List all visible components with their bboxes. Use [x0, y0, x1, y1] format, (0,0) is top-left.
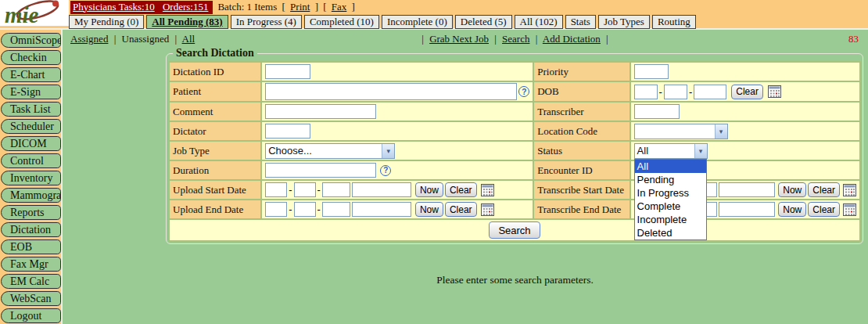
- subnav: Assigned | Unassigned | All | Grab Next …: [64, 31, 868, 46]
- print-link[interactable]: Print: [290, 1, 310, 13]
- dob-month-input[interactable]: [664, 85, 687, 99]
- upload-start-clear-button[interactable]: Clear: [445, 182, 477, 197]
- patient-input[interactable]: [265, 83, 517, 100]
- add-dictation-link[interactable]: Add Dictation: [543, 33, 601, 45]
- table-row: Job Type Choose... ▾ Status All ▾ All Pe…: [170, 142, 859, 160]
- label-dictation-id: Dictation ID: [170, 63, 260, 81]
- table-row: Dictation ID Priority: [170, 63, 859, 81]
- grab-next-job-link[interactable]: Grab Next Job: [429, 33, 489, 45]
- sidebar-item-reports[interactable]: Reports: [1, 205, 61, 220]
- search-link[interactable]: Search: [502, 33, 529, 45]
- sidebar-item-task-list[interactable]: Task List: [1, 102, 61, 117]
- sidebar-item-e-chart[interactable]: E-Chart: [1, 67, 61, 82]
- status-option-in-progress[interactable]: In Progress: [635, 186, 706, 200]
- status-option-complete[interactable]: Complete: [635, 200, 706, 213]
- transcribe-end-clear-button[interactable]: Clear: [808, 202, 840, 217]
- help-icon[interactable]: ?: [518, 86, 529, 97]
- upload-end-month-input[interactable]: [294, 202, 316, 217]
- label-job-type: Job Type: [170, 142, 260, 160]
- transcribe-end-now-button[interactable]: Now: [778, 202, 806, 217]
- transcribe-start-now-button[interactable]: Now: [778, 182, 806, 197]
- search-dictation-panel: Search Dictation Dictation ID Priority P…: [166, 47, 863, 244]
- upload-start-now-button[interactable]: Now: [415, 182, 443, 197]
- logo[interactable]: mie: [0, 0, 69, 26]
- sidebar-item-scheduler[interactable]: Scheduler: [1, 119, 61, 134]
- tab-all[interactable]: All (102): [515, 15, 563, 29]
- calendar-icon[interactable]: [481, 203, 494, 216]
- upload-end-clear-button[interactable]: Clear: [445, 202, 477, 217]
- calendar-icon[interactable]: [768, 85, 781, 98]
- status-option-deleted[interactable]: Deleted: [635, 226, 706, 239]
- sidebar-item-eob[interactable]: EOB: [1, 239, 61, 254]
- pending-count: 83: [848, 33, 859, 45]
- sidebar-item-dictation[interactable]: Dictation: [1, 222, 61, 237]
- label-patient: Patient: [170, 82, 260, 101]
- sidebar-item-inventory[interactable]: Inventory: [1, 171, 61, 185]
- tab-job-types[interactable]: Job Types: [598, 15, 650, 29]
- upload-start-time-input[interactable]: [352, 182, 411, 197]
- sidebar-item-logout[interactable]: Logout: [1, 308, 61, 323]
- label-upload-end-date: Upload End Date: [170, 200, 260, 218]
- assigned-link[interactable]: Assigned: [70, 33, 108, 45]
- sidebar-item-omniscope[interactable]: OmniScope: [1, 33, 61, 48]
- tab-stats[interactable]: Stats: [565, 15, 596, 29]
- status-option-pending[interactable]: Pending: [635, 173, 706, 186]
- physicians-tasks-link[interactable]: Physicians Tasks:10: [73, 1, 155, 13]
- calendar-icon[interactable]: [843, 184, 856, 196]
- upload-end-time-input[interactable]: [352, 202, 411, 217]
- dictator-input[interactable]: [265, 124, 310, 139]
- status-select[interactable]: All ▾ All Pending In Progress Complete I…: [634, 143, 708, 159]
- sidebar-item-checkin[interactable]: Checkin: [1, 50, 61, 65]
- unassigned-current[interactable]: Unassigned: [122, 33, 170, 45]
- sidebar-item-fax-mgr[interactable]: Fax Mgr: [1, 257, 61, 272]
- tab-my-pending[interactable]: My Pending (0): [69, 15, 144, 29]
- sidebar-item-control[interactable]: Control: [1, 153, 61, 168]
- help-icon[interactable]: ?: [380, 165, 391, 176]
- duration-input[interactable]: [265, 163, 376, 178]
- tab-deleted[interactable]: Deleted (5): [455, 15, 512, 29]
- transcribe-start-time-input[interactable]: [719, 182, 775, 197]
- table-row: Search: [170, 220, 859, 240]
- tab-completed[interactable]: Completed (10): [304, 15, 379, 29]
- sidebar-item-e-sign[interactable]: E-Sign: [1, 85, 61, 99]
- upload-start-year-input[interactable]: [265, 182, 287, 197]
- sidebar-item-mammography[interactable]: Mammogra: [1, 188, 61, 203]
- job-type-select[interactable]: Choose... ▾: [265, 143, 395, 159]
- upload-end-year-input[interactable]: [265, 202, 287, 217]
- tab-incomplete[interactable]: Incomplete (0): [382, 15, 453, 29]
- label-dictator: Dictator: [170, 122, 260, 140]
- transcribe-start-clear-button[interactable]: Clear: [808, 182, 840, 197]
- upload-end-now-button[interactable]: Now: [415, 202, 443, 217]
- location-code-select[interactable]: ▾: [634, 124, 728, 139]
- dash: -: [659, 86, 662, 98]
- status-option-all[interactable]: All: [635, 160, 706, 173]
- upload-start-day-input[interactable]: [322, 182, 350, 197]
- sidebar-item-webscan[interactable]: WebScan: [1, 291, 61, 306]
- fax-link[interactable]: Fax: [332, 1, 347, 13]
- orders-link[interactable]: Orders:151: [163, 1, 209, 13]
- upload-end-day-input[interactable]: [322, 202, 350, 217]
- upload-start-month-input[interactable]: [294, 182, 316, 197]
- calendar-icon[interactable]: [481, 184, 494, 196]
- transcriber-input[interactable]: [634, 104, 680, 119]
- calendar-icon[interactable]: [843, 203, 856, 216]
- dob-year-input[interactable]: [634, 85, 658, 99]
- tab-routing[interactable]: Routing: [652, 15, 696, 29]
- dob-day-input[interactable]: [694, 85, 726, 99]
- tab-all-pending[interactable]: All Pending (83): [146, 15, 228, 29]
- status-value: All: [635, 144, 694, 158]
- transcribe-end-time-input[interactable]: [719, 202, 775, 217]
- priority-input[interactable]: [634, 64, 669, 79]
- tasks-orders-bar: Physicians Tasks:10 Orders:151: [70, 1, 213, 14]
- dictation-id-input[interactable]: [265, 64, 310, 79]
- tab-in-progress[interactable]: In Progress (4): [231, 15, 302, 29]
- search-button[interactable]: Search: [489, 221, 540, 239]
- label-priority: Priority: [534, 63, 629, 81]
- sidebar-item-dicom[interactable]: DICOM: [1, 136, 61, 151]
- comment-input[interactable]: [265, 104, 376, 119]
- label-transcribe-start-date: Transcribe Start Date: [534, 181, 629, 199]
- status-option-incomplete[interactable]: Incomplete: [635, 213, 706, 226]
- table-row: Upload End Date - - Now Clear: [170, 200, 859, 218]
- dob-clear-button[interactable]: Clear: [731, 85, 763, 99]
- sidebar-item-em-calc[interactable]: EM Calc: [1, 274, 61, 289]
